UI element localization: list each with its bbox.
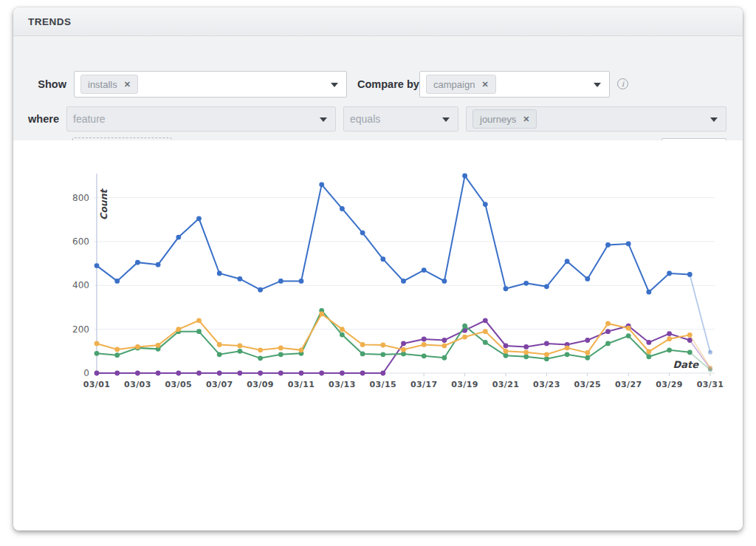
show-select[interactable]: installs ✕ xyxy=(74,71,347,98)
where-operator-select[interactable]: equals xyxy=(343,106,458,132)
svg-text:03/13: 03/13 xyxy=(329,380,356,389)
svg-text:03/19: 03/19 xyxy=(451,380,478,389)
chevron-down-icon xyxy=(320,117,327,122)
info-icon[interactable]: i xyxy=(617,78,628,89)
svg-text:03/03: 03/03 xyxy=(124,380,151,389)
svg-text:03/07: 03/07 xyxy=(206,380,233,389)
svg-text:03/05: 03/05 xyxy=(165,380,192,389)
svg-text:Date: Date xyxy=(673,359,699,370)
svg-text:400: 400 xyxy=(72,280,89,290)
svg-text:03/21: 03/21 xyxy=(492,380,520,389)
svg-text:600: 600 xyxy=(72,236,89,247)
chevron-down-icon xyxy=(710,117,718,122)
where-tag-label: journeys xyxy=(480,114,516,125)
panel-title: TRENDS xyxy=(28,16,72,27)
svg-text:03/27: 03/27 xyxy=(615,380,642,389)
show-tag-installs: installs ✕ xyxy=(80,75,138,94)
trends-panel: TRENDS Show installs ✕ Compare by campai… xyxy=(13,7,743,530)
filter-bar: Show installs ✕ Compare by campaign ✕ i … xyxy=(13,36,743,141)
where-tag-journeys: journeys ✕ xyxy=(472,109,537,129)
where-value-select[interactable]: journeys ✕ xyxy=(466,106,726,132)
remove-tag-icon[interactable]: ✕ xyxy=(124,80,131,89)
compare-by-label: Compare by xyxy=(357,78,419,90)
svg-text:Count: Count xyxy=(98,188,109,220)
svg-text:03/17: 03/17 xyxy=(410,380,438,389)
show-label: Show xyxy=(22,78,66,90)
svg-text:0: 0 xyxy=(83,368,89,378)
show-tag-label: installs xyxy=(88,79,117,90)
svg-text:03/29: 03/29 xyxy=(656,380,683,389)
svg-text:03/15: 03/15 xyxy=(369,380,396,389)
chevron-down-icon xyxy=(442,117,450,122)
svg-text:03/23: 03/23 xyxy=(533,380,560,389)
chart-area: 020040060080003/0103/0303/0503/0703/0903… xyxy=(13,140,743,530)
panel-header: TRENDS xyxy=(13,7,743,36)
chevron-down-icon xyxy=(331,83,338,87)
where-operator-value: equals xyxy=(350,113,380,125)
svg-text:800: 800 xyxy=(72,193,89,203)
svg-text:03/11: 03/11 xyxy=(288,380,315,389)
remove-tag-icon[interactable]: ✕ xyxy=(481,80,488,89)
chevron-down-icon xyxy=(594,83,601,87)
where-field-placeholder: feature xyxy=(73,113,106,125)
svg-text:03/01: 03/01 xyxy=(83,380,111,389)
trends-line-chart[interactable]: 020040060080003/0103/0303/0503/0703/0903… xyxy=(13,140,743,436)
svg-text:03/09: 03/09 xyxy=(247,380,274,389)
where-field-select[interactable]: feature xyxy=(66,106,336,132)
compare-tag-label: campaign xyxy=(433,79,475,90)
compare-tag-campaign: campaign ✕ xyxy=(426,75,496,94)
where-label: where xyxy=(16,113,59,125)
compare-by-select[interactable]: campaign ✕ xyxy=(419,71,610,98)
remove-tag-icon[interactable]: ✕ xyxy=(523,115,529,124)
svg-text:200: 200 xyxy=(72,324,89,335)
svg-text:03/31: 03/31 xyxy=(697,380,724,389)
svg-text:03/25: 03/25 xyxy=(574,380,601,389)
